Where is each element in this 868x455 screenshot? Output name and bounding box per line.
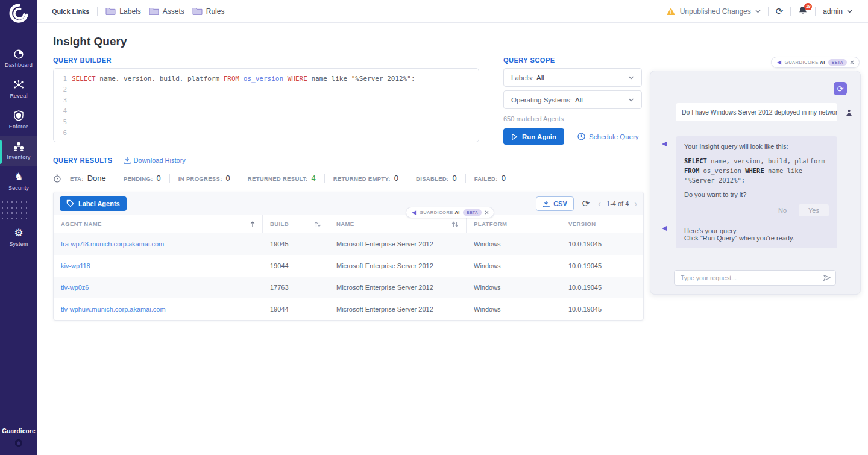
sidebar-item-label: Dashboard <box>5 62 33 68</box>
ai-message-bubble: Your Insight query will look like this: … <box>676 136 837 223</box>
sidebar-item-label: Enforce <box>9 124 28 130</box>
agent-name-link[interactable]: kiv-wp118 <box>54 255 263 277</box>
table-header: AGENT NAME BUILD NAME PLATFORM VERSION <box>54 215 643 233</box>
platform-cell: Windows <box>467 233 561 255</box>
column-header-build[interactable]: BUILD <box>263 215 329 233</box>
labels-filter-dropdown[interactable]: Labels: All <box>503 68 642 87</box>
status-label: ETA: <box>70 175 84 182</box>
akamai-logo[interactable] <box>0 0 37 27</box>
table-row[interactable]: tlv-wphuw.munich.corp.akamai.com 19044 M… <box>54 298 643 320</box>
sql-keyword: FROM <box>684 167 699 174</box>
agent-name-link[interactable]: fra-wp7f8.munich.corp.akamai.com <box>54 233 263 255</box>
chevron-down-icon <box>755 10 761 13</box>
divider <box>407 174 407 183</box>
sidebar-item-label: System <box>9 241 28 247</box>
tag-icon <box>66 199 74 207</box>
no-button[interactable]: No <box>778 207 787 214</box>
next-page-icon[interactable]: › <box>634 199 637 208</box>
sort-both-icon[interactable] <box>314 221 321 227</box>
stopwatch-icon <box>53 174 61 183</box>
divider <box>239 174 239 183</box>
build-cell: 19045 <box>263 233 329 255</box>
status-value: 0 <box>502 174 506 183</box>
folder-icon <box>105 7 116 15</box>
os-filter-dropdown[interactable]: Operating Systems: All <box>503 90 642 109</box>
version-cell: 10.0.19045 <box>561 255 643 277</box>
sidebar-item-inventory[interactable]: Inventory <box>0 136 37 166</box>
status-value: 0 <box>452 174 456 183</box>
chat-input[interactable] <box>674 270 836 286</box>
system-gear-icon: ⚙ <box>14 228 23 239</box>
notifications-button[interactable]: 19 <box>798 5 808 17</box>
line-number: 1 <box>60 74 67 84</box>
table-row[interactable]: kiv-wp118 19044 Microsoft Enterprise Ser… <box>54 255 643 277</box>
akamai-swirl-icon <box>8 2 30 24</box>
table-body: fra-wp7f8.munich.corp.akamai.com 19045 M… <box>54 233 643 320</box>
sql-text: os_version <box>699 167 745 174</box>
status-returned-empty: RETURNED EMPTY: 0 <box>333 174 398 183</box>
close-icon[interactable] <box>485 210 489 215</box>
folder-icon <box>149 7 159 15</box>
user-menu[interactable]: admin <box>823 7 852 16</box>
topbar-item-assets[interactable]: Assets <box>149 7 184 16</box>
version-cell: 10.0.19045 <box>561 277 643 298</box>
agent-name-link[interactable]: tlv-wphuw.munich.corp.akamai.com <box>54 298 263 320</box>
sql-keyword: WHERE <box>288 75 307 83</box>
sort-asc-icon[interactable] <box>250 221 255 227</box>
csv-export-button[interactable]: CSV <box>536 196 574 211</box>
guardicore-ai-panel-chip: GUARDICORE AI BETA <box>771 57 860 68</box>
status-eta: ETA: Done <box>70 174 106 183</box>
close-icon[interactable] <box>850 60 854 64</box>
run-again-button[interactable]: Run Again <box>503 128 564 145</box>
sync-icon[interactable]: ⟳ <box>776 7 784 16</box>
sql-keyword: SELECT <box>684 157 707 165</box>
sidebar-item-security[interactable]: ♞ Security <box>0 166 37 197</box>
topbar-item-labels[interactable]: Labels <box>105 7 140 16</box>
pagination: ‹ 1-4 of 4 › <box>598 199 637 208</box>
yes-button[interactable]: Yes <box>799 204 829 216</box>
matched-agents-count: 650 matched Agents <box>503 115 564 122</box>
new-chat-button[interactable]: ⟳ <box>834 82 847 95</box>
quick-links-button[interactable]: Quick Links <box>52 8 89 15</box>
beta-badge: BETA <box>463 209 482 216</box>
ai-triangle-icon <box>776 60 782 65</box>
table-row[interactable]: fra-wp7f8.munich.corp.akamai.com 19045 M… <box>54 233 643 255</box>
sql-text: name like "%Server 2012%"; <box>307 75 415 83</box>
sidebar-brand: Guardicore <box>2 428 35 448</box>
os-filter-value: All <box>575 96 583 104</box>
schedule-query-button[interactable]: Schedule Query <box>577 133 638 140</box>
unpublished-changes-label: Unpublished Changes <box>680 7 751 16</box>
column-header-agent-name[interactable]: AGENT NAME <box>54 215 263 233</box>
unpublished-changes-dropdown[interactable]: Unpublished Changes <box>666 7 761 16</box>
download-history-link[interactable]: Download History <box>124 157 186 164</box>
divider <box>324 174 325 183</box>
send-icon[interactable] <box>823 274 831 281</box>
topbar-item-rules[interactable]: Rules <box>192 7 225 16</box>
sidebar-item-dashboard[interactable]: Dashboard <box>0 43 37 74</box>
chevron-down-icon <box>847 10 852 13</box>
label-agents-button[interactable]: Label Agents <box>60 196 127 211</box>
agent-name-link[interactable]: tlv-wp0z6 <box>54 277 263 298</box>
column-header-version[interactable]: VERSION <box>561 215 643 233</box>
sql-editor[interactable]: 1 2 3 4 5 6 SELECT name, version, build,… <box>53 68 479 142</box>
sidebar-item-reveal[interactable]: Reveal <box>0 74 37 105</box>
sort-both-icon[interactable] <box>451 221 459 227</box>
query-scope-heading: QUERY SCOPE <box>503 57 555 64</box>
line-number: 4 <box>60 106 67 117</box>
divider <box>97 7 98 16</box>
sidebar-item-system[interactable]: ⚙ System <box>0 222 37 253</box>
table-row[interactable]: tlv-wp0z6 17763 Microsoft Enterprise Ser… <box>54 277 643 298</box>
platform-cell: Windows <box>467 277 561 298</box>
sql-keyword: FROM <box>224 75 240 83</box>
name-cell: Microsoft Enterprise Server 2012 <box>329 298 467 320</box>
refresh-table-icon[interactable]: ⟳ <box>582 199 590 208</box>
sidebar-item-enforce[interactable]: Enforce <box>0 105 37 136</box>
previous-page-icon[interactable]: ‹ <box>598 199 601 208</box>
sql-code-line: SELECT name, version, build, platform FR… <box>72 74 415 137</box>
line-number: 5 <box>60 117 67 128</box>
pagination-label: 1-4 of 4 <box>606 200 629 207</box>
run-again-label: Run Again <box>522 133 556 140</box>
guardicore-ai-chip: GUARDICORE AI BETA <box>406 207 494 218</box>
dashboard-icon <box>13 49 24 60</box>
chip-brand-text: GUARDICORE <box>785 60 819 65</box>
